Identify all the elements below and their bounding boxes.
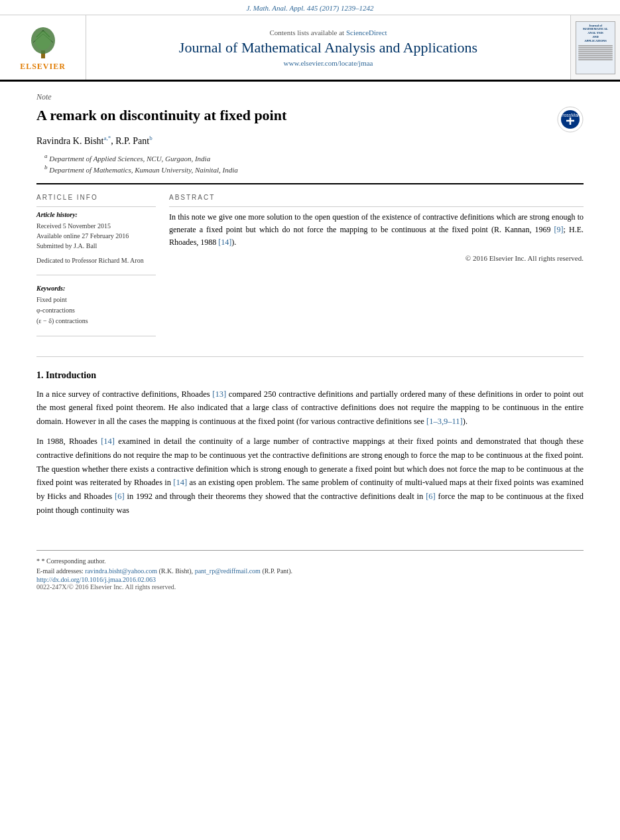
citation-text: J. Math. Anal. Appl. 445 (2017) 1239–124… (246, 4, 373, 12)
email-line: E-mail addresses: ravindra.bisht@yahoo.c… (36, 566, 584, 576)
ref13[interactable]: [13] (212, 389, 226, 399)
doi-link[interactable]: http://dx.doi.org/10.1016/j.jmaa.2016.02… (36, 576, 584, 583)
available-date: Available online 27 February 2016 (36, 231, 156, 241)
elsevier-logo: ELSEVIER (0, 15, 86, 80)
corresponding-note: * * Corresponding author. (36, 556, 584, 566)
article-title: A remark on discontinuity at fixed point (36, 106, 286, 125)
intro-para-1: In a nice survey of contractive definiti… (36, 387, 584, 429)
issn-line: 0022-247X/© 2016 Elsevier Inc. All right… (36, 583, 584, 591)
citation-bar: J. Math. Anal. Appl. 445 (2017) 1239–124… (0, 0, 620, 15)
author-pant-sup: b (149, 135, 153, 141)
abstract-col: Abstract In this note we give one more s… (169, 194, 584, 346)
authors-line: Ravindra K. Bishta,*, R.P. Pantb (36, 135, 584, 147)
contents-line: Contents lists available at ScienceDirec… (269, 29, 387, 36)
ref9[interactable]: [9] (554, 225, 564, 234)
email1-link[interactable]: ravindra.bisht@yahoo.com (85, 567, 157, 575)
ref14-body[interactable]: [14] (101, 437, 115, 446)
journal-thumbnail: Journal ofMATHEMATICALANAL YSISANDAPPLIC… (570, 15, 620, 80)
footer-content: * * Corresponding author. E-mail address… (0, 551, 620, 597)
author-separator: , R.P. Pant (111, 135, 149, 145)
asterisk-mark: * (36, 557, 42, 565)
affiliation-b: b Department of Mathematics, Kumaun Univ… (36, 164, 584, 174)
info-divider (36, 206, 156, 207)
article-info-header: Article Info (36, 194, 156, 201)
journal-center: Contents lists available at ScienceDirec… (86, 15, 570, 80)
affiliation-a: a Department of Applied Sciences, NCU, G… (36, 153, 584, 163)
journal-url[interactable]: www.elsevier.com/locate/jmaa (284, 59, 373, 67)
section-1-title: 1. Introduction (36, 370, 584, 381)
article-info-abstract: Article Info Article history: Received 5… (36, 194, 584, 346)
dedication: Dedicated to Professor Richard M. Aron (36, 256, 156, 265)
keyword-3: (ε − δ) contractions (36, 316, 156, 326)
ref-list-1[interactable]: [1–3,9–11] (426, 417, 463, 426)
page: J. Math. Anal. Appl. 445 (2017) 1239–124… (0, 0, 620, 840)
title-row: A remark on discontinuity at fixed point… (36, 106, 584, 135)
note-label: Note (36, 92, 584, 102)
copyright-line: © 2016 Elsevier Inc. All rights reserved… (169, 254, 584, 262)
journal-header: ELSEVIER Contents lists available at Sci… (0, 15, 620, 82)
abstract-divider (169, 206, 584, 207)
svg-point-6 (35, 31, 51, 50)
email2-link[interactable]: pant_rp@rediffmail.com (195, 567, 261, 575)
journal-cover-thumbnail: Journal ofMATHEMATICALANAL YSISANDAPPLIC… (576, 21, 615, 74)
journal-title: Journal of Mathematical Analysis and App… (179, 39, 477, 56)
crossmark-icon[interactable]: CrossMark (557, 106, 584, 133)
intro-para-2: In 1988, Rhoades [14] examined in detail… (36, 435, 584, 517)
keyword-2: φ-contractions (36, 305, 156, 316)
body-divider (36, 356, 584, 357)
main-content: Note A remark on discontinuity at fixed … (0, 82, 620, 537)
abstract-text: In this note we give one more solution t… (169, 211, 584, 249)
received-date: Received 5 November 2015 (36, 221, 156, 231)
ref6[interactable]: [6] (115, 492, 125, 501)
elsevier-tree-icon (20, 24, 66, 60)
ref14-b[interactable]: [14] (173, 478, 187, 487)
submitted-by: Submitted by J.A. Ball (36, 241, 156, 251)
history-title: Article history: (36, 211, 156, 218)
svg-text:CrossMark: CrossMark (559, 113, 582, 117)
keyword-1: Fixed point (36, 295, 156, 305)
ref6-b[interactable]: [6] (426, 492, 436, 501)
author-bisht: Ravindra K. Bisht (36, 135, 104, 145)
elsevier-brand-text: ELSEVIER (20, 62, 66, 72)
keywords-divider (36, 275, 156, 275)
article-info-col: Article Info Article history: Received 5… (36, 194, 156, 346)
bottom-divider (36, 336, 156, 336)
abstract-header: Abstract (169, 194, 584, 201)
keywords-title: Keywords: (36, 285, 156, 292)
author-bisht-sup: a,* (104, 135, 111, 141)
sciencedirect-link[interactable]: ScienceDirect (346, 29, 387, 36)
header-divider (36, 183, 584, 184)
ref14[interactable]: [14] (218, 238, 231, 247)
